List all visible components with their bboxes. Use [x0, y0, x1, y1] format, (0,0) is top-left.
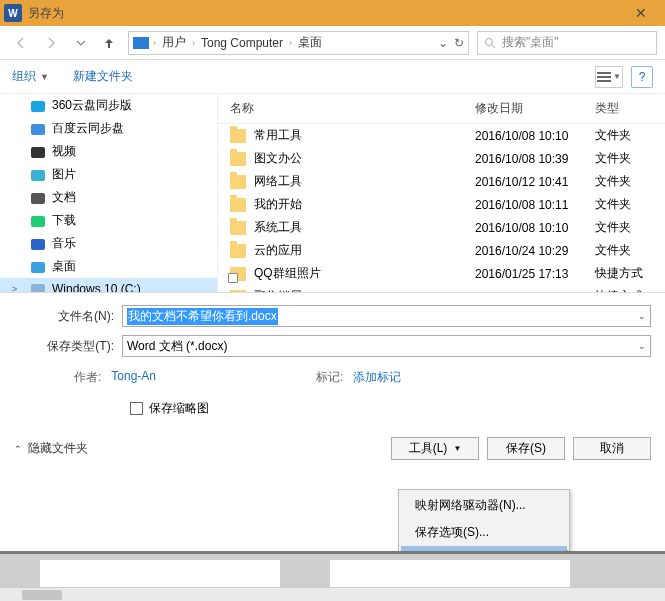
hide-folders-toggle[interactable]: ⌃隐藏文件夹 [14, 440, 88, 457]
sidebar-item-4[interactable]: 文档 [0, 186, 217, 209]
folder-icon [230, 175, 246, 189]
sidebar-item-8[interactable]: >Windows 10 (C:) [0, 278, 217, 292]
file-row[interactable]: 系统工具2016/10/08 10:10文件夹 [218, 216, 665, 239]
file-name: 我的开始 [254, 196, 302, 213]
download-icon [30, 213, 46, 229]
author-label: 作者: [74, 369, 101, 386]
recent-button[interactable] [68, 30, 94, 56]
refresh-icon[interactable]: ↻ [454, 36, 464, 50]
svg-rect-10 [31, 216, 45, 227]
video-icon [30, 144, 46, 160]
up-button[interactable] [98, 32, 120, 54]
action-bar: ⌃隐藏文件夹 工具(L)▼ 保存(S) 取消 [0, 427, 665, 470]
cloud-icon [30, 98, 46, 114]
address-bar[interactable]: › 用户 › Tong Computer › 桌面 ⌄↻ [128, 31, 469, 55]
close-button[interactable]: ✕ [621, 0, 661, 26]
file-type: 文件夹 [595, 150, 653, 167]
sidebar-item-1[interactable]: 百度云同步盘 [0, 117, 217, 140]
sidebar-item-label: 360云盘同步版 [52, 97, 132, 114]
drive-icon [30, 281, 46, 292]
file-type: 快捷方式 [595, 288, 653, 292]
author-value[interactable]: Tong-An [111, 369, 156, 386]
svg-rect-7 [31, 147, 45, 158]
folder-icon [230, 198, 246, 212]
thumbnail-checkbox[interactable]: 保存缩略图 [14, 396, 651, 421]
crumb-0[interactable]: 用户 [160, 34, 188, 51]
forward-button[interactable] [38, 30, 64, 56]
file-row[interactable]: 云的应用2016/10/24 10:29文件夹 [218, 239, 665, 262]
word-icon: W [4, 4, 22, 22]
addr-dropdown-icon[interactable]: ⌄ [438, 36, 448, 50]
tags-label: 标记: [316, 369, 343, 386]
view-button[interactable]: ▼ [595, 66, 623, 88]
folder-icon [230, 152, 246, 166]
file-row[interactable]: 图文办公2016/10/08 10:39文件夹 [218, 147, 665, 170]
file-name: 系统工具 [254, 219, 302, 236]
sidebar-item-3[interactable]: 图片 [0, 163, 217, 186]
sidebar-item-5[interactable]: 下载 [0, 209, 217, 232]
scroll-thumb[interactable] [22, 590, 62, 600]
svg-rect-12 [31, 262, 45, 273]
file-date: 2016/10/08 10:39 [475, 152, 595, 166]
col-name[interactable]: 名称 [230, 100, 475, 117]
svg-rect-6 [31, 124, 45, 135]
svg-rect-4 [597, 80, 611, 82]
file-row[interactable]: QQ群组照片2016/01/25 17:13快捷方式 [218, 262, 665, 285]
file-name: 聚焦锁屏 [254, 288, 302, 292]
sidebar-item-label: 图片 [52, 166, 76, 183]
file-row[interactable]: 我的开始2016/10/08 10:11文件夹 [218, 193, 665, 216]
search-input[interactable]: 搜索"桌面" [477, 31, 657, 55]
file-row[interactable]: 常用工具2016/10/08 10:10文件夹 [218, 124, 665, 147]
image-icon [30, 167, 46, 183]
svg-line-1 [492, 45, 495, 48]
file-date: 2016/10/12 10:41 [475, 175, 595, 189]
shortcut-icon [230, 267, 246, 281]
sidebar-item-label: 下载 [52, 212, 76, 229]
organize-button[interactable]: 组织▼ [12, 68, 49, 85]
navbar: › 用户 › Tong Computer › 桌面 ⌄↻ 搜索"桌面" [0, 26, 665, 60]
filetype-select[interactable]: Word 文档 (*.docx)⌄ [122, 335, 651, 357]
file-type: 快捷方式 [595, 265, 653, 282]
crumb-2[interactable]: 桌面 [296, 34, 324, 51]
tools-button[interactable]: 工具(L)▼ [391, 437, 479, 460]
tags-value[interactable]: 添加标记 [353, 369, 401, 386]
file-date: 2016/01/25 17:17 [475, 290, 595, 293]
file-date: 2016/10/24 10:29 [475, 244, 595, 258]
file-row[interactable]: 网络工具2016/10/12 10:41文件夹 [218, 170, 665, 193]
sidebar-item-7[interactable]: 桌面 [0, 255, 217, 278]
file-type: 文件夹 [595, 219, 653, 236]
new-folder-button[interactable]: 新建文件夹 [73, 68, 133, 85]
svg-point-0 [486, 38, 493, 45]
file-name: 图文办公 [254, 150, 302, 167]
cloud-icon [30, 121, 46, 137]
cancel-button[interactable]: 取消 [573, 437, 651, 460]
file-list: 名称 修改日期 类型 常用工具2016/10/08 10:10文件夹图文办公20… [218, 94, 665, 292]
sidebar-item-0[interactable]: 360云盘同步版 [0, 94, 217, 117]
sidebar-item-label: Windows 10 (C:) [52, 282, 141, 292]
sidebar-item-6[interactable]: 音乐 [0, 232, 217, 255]
svg-rect-2 [597, 72, 611, 74]
scrollbar[interactable] [0, 587, 665, 601]
back-button[interactable] [8, 30, 34, 56]
svg-rect-9 [31, 193, 45, 204]
file-date: 2016/01/25 17:13 [475, 267, 595, 281]
save-button[interactable]: 保存(S) [487, 437, 565, 460]
menu-item-0[interactable]: 映射网络驱动器(N)... [401, 492, 567, 519]
file-name: QQ群组照片 [254, 265, 321, 282]
menu-item-1[interactable]: 保存选项(S)... [401, 519, 567, 546]
svg-rect-8 [31, 170, 45, 181]
file-name: 网络工具 [254, 173, 302, 190]
search-icon [484, 37, 496, 49]
crumb-1[interactable]: Tong Computer [199, 36, 285, 50]
filename-label: 文件名(N): [14, 308, 122, 325]
search-placeholder: 搜索"桌面" [502, 34, 559, 51]
music-icon [30, 236, 46, 252]
col-type[interactable]: 类型 [595, 100, 653, 117]
filename-input[interactable]: 我的文档不希望你看到.docx⌄ [122, 305, 651, 327]
sidebar-item-label: 百度云同步盘 [52, 120, 124, 137]
file-row[interactable]: 聚焦锁屏2016/01/25 17:17快捷方式 [218, 285, 665, 292]
col-date[interactable]: 修改日期 [475, 100, 595, 117]
svg-rect-13 [31, 284, 45, 292]
help-button[interactable]: ? [631, 66, 653, 88]
sidebar-item-2[interactable]: 视频 [0, 140, 217, 163]
